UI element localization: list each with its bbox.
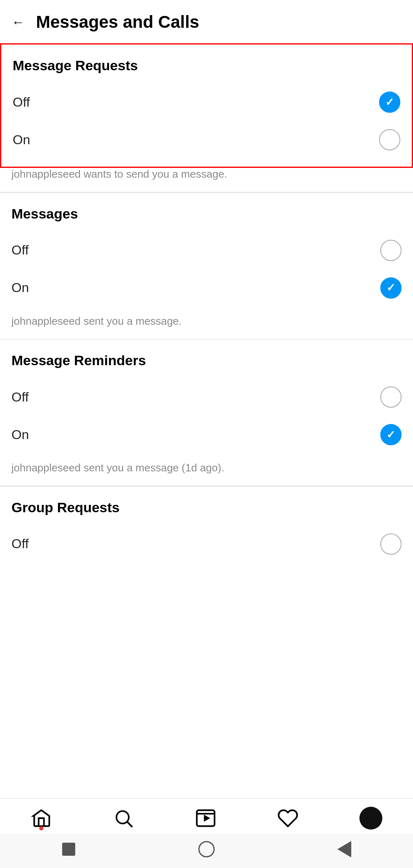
- section-group-requests: Group Requests Off: [0, 486, 413, 571]
- section-message-reminders-title: Message Reminders: [11, 353, 402, 368]
- section-messages-content: Messages Off On: [0, 193, 413, 315]
- nav-icons-row: [0, 799, 413, 834]
- section-message-reminders: Message Reminders Off On: [0, 339, 413, 462]
- section-message-requests: Message Requests Off On: [0, 43, 413, 168]
- section-message-requests-description: johnappleseed wants to send you a messag…: [0, 168, 413, 192]
- triangle-icon: [337, 841, 351, 857]
- group-requests-radio-row-off: Off: [11, 525, 402, 563]
- section-message-reminders-description: johnappleseed sent you a message (1d ago…: [0, 462, 413, 486]
- nav-search[interactable]: [113, 808, 134, 829]
- avatar: [359, 807, 382, 830]
- search-icon: [113, 808, 134, 829]
- messages-radio-off-label: Off: [11, 243, 29, 258]
- system-back-button[interactable]: [334, 839, 355, 860]
- section-messages-description: johnappleseed sent you a message.: [0, 315, 413, 339]
- radio-on-label: On: [13, 132, 30, 147]
- section-group-requests-title: Group Requests: [11, 500, 402, 515]
- section-message-requests-title: Message Requests: [13, 58, 400, 74]
- reels-icon: [195, 808, 216, 829]
- reminders-radio-off-circle[interactable]: [380, 386, 402, 408]
- messages-radio-on-circle[interactable]: [380, 277, 402, 299]
- section-group-requests-content: Group Requests Off: [0, 486, 413, 571]
- back-button[interactable]: ←: [11, 16, 25, 29]
- circle-icon: [198, 841, 215, 857]
- square-icon: [62, 843, 75, 856]
- svg-point-0: [116, 811, 128, 823]
- svg-line-1: [128, 822, 132, 827]
- heart-icon: [277, 808, 299, 829]
- bottom-nav: [0, 798, 413, 868]
- home-notification-dot: [39, 826, 43, 830]
- messages-radio-off-circle[interactable]: [380, 240, 402, 261]
- header: ← Messages and Calls: [0, 0, 413, 43]
- section-messages: Messages Off On: [0, 193, 413, 315]
- system-nav-bar: [0, 834, 413, 868]
- reminders-radio-on-label: On: [11, 427, 29, 442]
- nav-reels[interactable]: [195, 808, 216, 829]
- reminders-radio-row-off: Off: [11, 378, 402, 416]
- messages-radio-on-label: On: [11, 280, 29, 295]
- system-home-button[interactable]: [58, 839, 79, 860]
- page-title: Messages and Calls: [36, 12, 199, 32]
- messages-radio-row-off: Off: [11, 232, 402, 269]
- messages-radio-row-on: On: [11, 269, 402, 307]
- nav-activity[interactable]: [277, 808, 299, 829]
- nav-profile[interactable]: [359, 807, 382, 830]
- reminders-radio-row-on: On: [11, 416, 402, 453]
- system-recent-button[interactable]: [196, 839, 217, 860]
- reminders-radio-off-label: Off: [11, 390, 29, 405]
- group-requests-radio-off-label: Off: [11, 536, 29, 551]
- radio-off-label: Off: [13, 95, 30, 110]
- group-requests-radio-off-circle[interactable]: [380, 533, 402, 555]
- nav-home[interactable]: [31, 808, 52, 829]
- svg-marker-3: [204, 814, 210, 821]
- radio-on-circle[interactable]: [379, 129, 400, 150]
- section-message-requests-content: Message Requests Off On: [1, 45, 412, 167]
- radio-row-off: Off: [13, 83, 400, 121]
- home-icon: [31, 808, 52, 829]
- radio-row-on: On: [13, 121, 400, 158]
- section-messages-title: Messages: [11, 206, 402, 222]
- radio-off-circle[interactable]: [379, 91, 400, 113]
- reminders-radio-on-circle[interactable]: [380, 424, 402, 445]
- section-message-reminders-content: Message Reminders Off On: [0, 339, 413, 462]
